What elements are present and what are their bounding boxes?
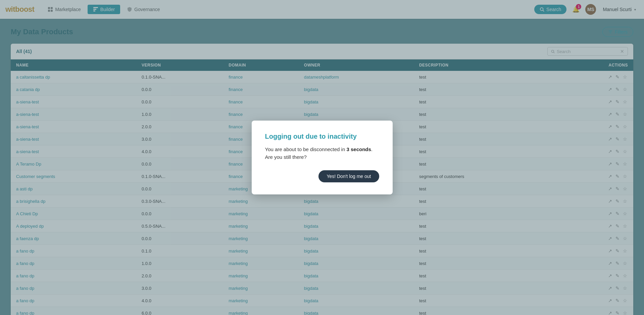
modal-seconds: 3 seconds [346, 146, 371, 152]
modal-title: Logging out due to inactivity [265, 133, 379, 140]
modal-body-prefix: You are about to be disconnected in [265, 146, 347, 152]
modal-overlay: Logging out due to inactivity You are ab… [0, 0, 644, 315]
modal-body: You are about to be disconnected in 3 se… [265, 146, 379, 161]
inactivity-modal: Logging out due to inactivity You are ab… [252, 121, 393, 194]
modal-footer: Yes! Don't log me out [265, 170, 379, 182]
dont-logout-button[interactable]: Yes! Don't log me out [318, 170, 379, 182]
